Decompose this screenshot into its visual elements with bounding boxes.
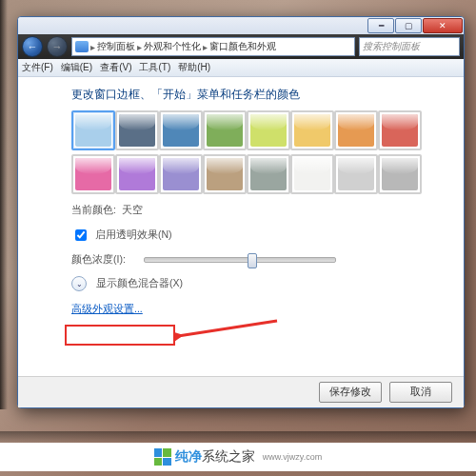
color-swatches — [71, 110, 454, 194]
color-swatch[interactable] — [203, 110, 247, 150]
color-swatch[interactable] — [334, 154, 378, 194]
search-input[interactable]: 搜索控制面板 — [359, 37, 460, 56]
save-button[interactable]: 保存修改 — [319, 382, 382, 403]
color-swatch[interactable] — [290, 110, 334, 150]
annotation-box — [65, 325, 175, 346]
color-swatch[interactable] — [71, 154, 115, 194]
watermark-text: 纯净系统之家 — [175, 448, 255, 466]
menu-help[interactable]: 帮助(H) — [178, 61, 210, 74]
svg-line-0 — [178, 321, 277, 336]
color-swatch[interactable] — [203, 154, 247, 194]
window: ━ ▢ ✕ ← → ▸ 控制面板 ▸ 外观和个性化 ▸ 窗口颜色和外观 搜索控制… — [17, 16, 465, 408]
minimize-button[interactable]: ━ — [367, 18, 394, 33]
watermark-url: www.vjwzy.com — [263, 452, 322, 462]
color-swatch[interactable] — [378, 154, 422, 194]
breadcrumb[interactable]: ▸ 控制面板 ▸ 外观和个性化 ▸ 窗口颜色和外观 — [71, 37, 355, 56]
intensity-row: 颜色浓度(I): — [71, 253, 454, 267]
menu-file[interactable]: 文件(F) — [22, 61, 53, 74]
cancel-button[interactable]: 取消 — [389, 382, 452, 403]
color-swatch[interactable] — [159, 110, 203, 150]
crumb[interactable]: 控制面板 — [97, 40, 135, 53]
color-swatch[interactable] — [71, 110, 115, 150]
crumb[interactable]: 窗口颜色和外观 — [209, 40, 276, 53]
color-swatch[interactable] — [290, 154, 334, 194]
current-color-value: 天空 — [122, 204, 143, 217]
slider-thumb[interactable] — [248, 253, 257, 268]
advanced-appearance-link[interactable]: 高级外观设置... — [71, 303, 143, 316]
color-swatch[interactable] — [159, 154, 203, 194]
chevron-down-icon: ⌄ — [71, 276, 87, 291]
color-swatch[interactable] — [378, 110, 422, 150]
intensity-slider[interactable] — [144, 257, 336, 263]
color-swatch[interactable] — [334, 110, 378, 150]
menu-view[interactable]: 查看(V) — [100, 61, 131, 74]
current-color-row: 当前颜色: 天空 — [71, 204, 454, 217]
watermark: 纯净系统之家 www.vjwzy.com — [0, 443, 476, 471]
mixer-toggle[interactable]: ⌄ 显示颜色混合器(X) — [71, 276, 454, 291]
annotation-arrow — [174, 317, 279, 346]
footer: 保存修改 取消 — [18, 376, 464, 407]
watermark-logo-icon — [154, 448, 171, 466]
menu-edit[interactable]: 编辑(E) — [61, 61, 92, 74]
titlebar: ━ ▢ ✕ — [18, 17, 464, 34]
crumb[interactable]: 外观和个性化 — [144, 40, 201, 53]
menu-tools[interactable]: 工具(T) — [139, 61, 170, 74]
page-title: 更改窗口边框、「开始」菜单和任务栏的颜色 — [71, 87, 454, 103]
navbar: ← → ▸ 控制面板 ▸ 外观和个性化 ▸ 窗口颜色和外观 搜索控制面板 — [18, 34, 464, 59]
transparency-row: 启用透明效果(N) — [71, 227, 454, 244]
color-swatch[interactable] — [247, 110, 290, 150]
transparency-checkbox[interactable] — [75, 229, 87, 241]
back-button[interactable]: ← — [22, 36, 43, 57]
forward-button[interactable]: → — [47, 36, 68, 57]
maximize-button[interactable]: ▢ — [395, 18, 422, 33]
close-button[interactable]: ✕ — [423, 18, 463, 33]
menubar: 文件(F) 编辑(E) 查看(V) 工具(T) 帮助(H) — [18, 59, 464, 77]
shade — [0, 0, 8, 409]
color-swatch[interactable] — [247, 154, 290, 194]
content: 更改窗口边框、「开始」菜单和任务栏的颜色 当前颜色: 天空 启用透明效果(N) … — [18, 77, 464, 376]
control-panel-icon — [75, 41, 89, 52]
color-swatch[interactable] — [115, 154, 159, 194]
color-swatch[interactable] — [115, 110, 159, 150]
shade — [0, 431, 476, 443]
